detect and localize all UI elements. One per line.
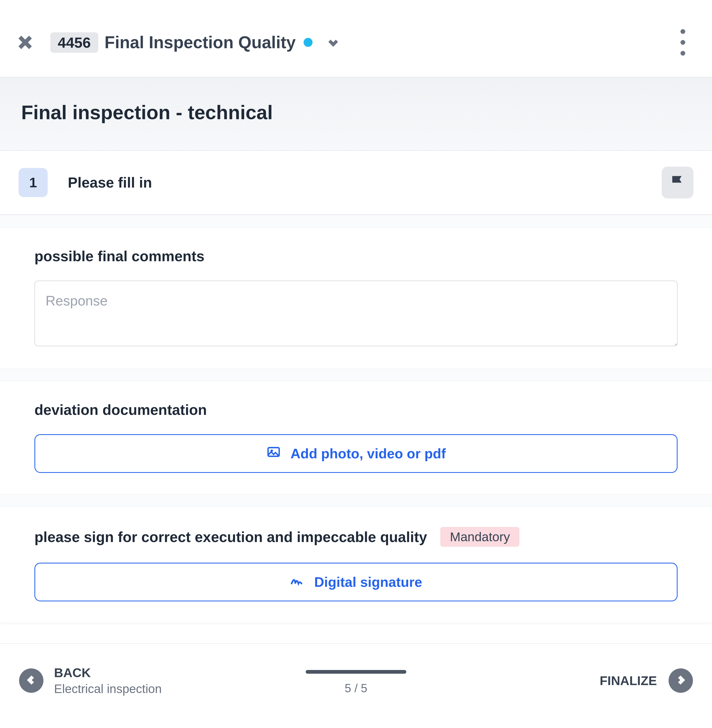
chevron-left-icon: [25, 674, 37, 687]
digital-signature-button[interactable]: Digital signature: [34, 563, 678, 601]
footer-nav: BACK Electrical inspection 5 / 5 FINALIZ…: [0, 643, 712, 718]
back-button[interactable]: [19, 669, 43, 693]
flag-button[interactable]: [662, 167, 693, 199]
finalize-label[interactable]: FINALIZE: [600, 673, 657, 688]
comments-card: possible final comments: [0, 228, 712, 369]
finalize-button[interactable]: [669, 669, 693, 693]
step-number-badge: 1: [19, 168, 48, 197]
chevron-down-icon[interactable]: [327, 36, 340, 49]
comments-label: possible final comments: [34, 248, 205, 265]
record-id-badge: 4456: [50, 32, 98, 53]
signature-label: please sign for correct execution and im…: [34, 528, 427, 546]
top-bar: 4456 Final Inspection Quality: [0, 0, 712, 77]
signature-card: please sign for correct execution and im…: [0, 507, 712, 623]
deviation-card: deviation documentation Add photo, video…: [0, 381, 712, 494]
deviation-label: deviation documentation: [34, 401, 207, 418]
mandatory-badge: Mandatory: [440, 527, 519, 547]
back-block[interactable]: BACK Electrical inspection: [54, 666, 162, 696]
comments-input[interactable]: [34, 280, 678, 346]
progress-indicator: 5 / 5: [306, 670, 406, 695]
step-title: Please fill in: [68, 174, 152, 191]
section-heading-strip: Final inspection - technical: [0, 77, 712, 151]
add-media-button[interactable]: Add photo, video or pdf: [34, 434, 678, 473]
section-heading: Final inspection - technical: [21, 101, 691, 124]
add-media-label: Add photo, video or pdf: [291, 446, 446, 461]
close-icon[interactable]: [16, 33, 34, 52]
more-menu-icon[interactable]: [675, 29, 691, 56]
progress-bar: [306, 670, 406, 674]
image-icon: [266, 445, 281, 463]
flag-icon: [670, 174, 685, 191]
digital-signature-label: Digital signature: [314, 574, 422, 590]
back-label: BACK: [54, 666, 162, 680]
chevron-right-icon: [675, 674, 687, 687]
signature-icon: [290, 573, 305, 591]
back-subtitle: Electrical inspection: [54, 682, 162, 696]
step-header: 1 Please fill in: [0, 151, 712, 215]
status-dot-icon: [304, 38, 313, 47]
record-title: Final Inspection Quality: [105, 33, 296, 52]
progress-text: 5 / 5: [345, 682, 367, 695]
